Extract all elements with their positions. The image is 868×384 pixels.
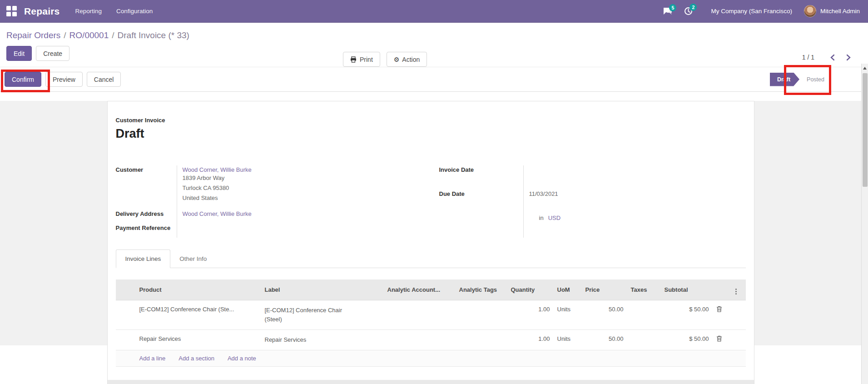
control-panel: Repair Orders/RO/00001/Draft Invoice (* … xyxy=(0,23,868,67)
payment-reference-value[interactable] xyxy=(177,224,407,238)
column-options[interactable] xyxy=(730,279,746,300)
cell-uom[interactable]: Units xyxy=(554,330,582,350)
cell-uom[interactable]: Units xyxy=(554,300,582,330)
invoice-line-row[interactable]: Repair Services Repair Services 1.00 Uni… xyxy=(116,330,746,350)
add-a-line-link[interactable]: Add a line xyxy=(139,355,166,362)
scrollbar-up-arrow-icon[interactable] xyxy=(863,67,867,70)
cell-product[interactable]: Repair Services xyxy=(136,330,261,350)
delete-line-button[interactable] xyxy=(713,300,730,330)
payment-reference-label: Payment Reference xyxy=(116,224,177,238)
gear-icon: ⚙ xyxy=(394,56,400,63)
user-avatar xyxy=(804,5,816,17)
status-state-posted[interactable]: Posted xyxy=(807,76,824,83)
user-menu[interactable]: Mitchell Admin xyxy=(820,8,860,15)
breadcrumb-ro-00001[interactable]: RO/00001 xyxy=(69,30,109,40)
invoice-date-value[interactable] xyxy=(523,165,746,190)
delivery-address-link[interactable]: Wood Corner, Willie Burke xyxy=(183,210,252,217)
column-analytic-tags[interactable]: Analytic Tags xyxy=(456,279,507,300)
messages-badge: 5 xyxy=(669,4,676,11)
table-header-row: Product Label Analytic Account... Analyt… xyxy=(116,279,746,300)
menu-configuration[interactable]: Configuration xyxy=(116,8,153,15)
invoice-state-title: Draft xyxy=(116,127,746,141)
left-field-group: Customer Wood Corner, Willie Burke 1839 … xyxy=(116,165,407,238)
breadcrumb-current: Draft Invoice (* 33) xyxy=(118,30,189,40)
confirm-button[interactable]: Confirm xyxy=(5,72,41,87)
preview-button[interactable]: Preview xyxy=(45,72,83,87)
column-uom[interactable]: UoM xyxy=(554,279,582,300)
menu-reporting[interactable]: Reporting xyxy=(75,8,102,15)
customer-label: Customer xyxy=(116,165,177,209)
column-price[interactable]: Price xyxy=(582,279,627,300)
handle-column-header xyxy=(116,279,136,300)
create-button[interactable]: Create xyxy=(36,46,69,61)
section-divider xyxy=(108,380,754,384)
right-field-group: Invoice Date Due Date 11/03/2021 inUSD xyxy=(439,165,746,238)
cancel-button[interactable]: Cancel xyxy=(87,72,121,87)
invoice-sheet: Customer Invoice Draft Customer Wood Cor… xyxy=(107,101,754,384)
customer-address-line: Turlock CA 95380 xyxy=(183,183,407,193)
apps-menu-icon[interactable] xyxy=(6,6,17,16)
customer-link[interactable]: Wood Corner, Willie Burke xyxy=(183,166,252,173)
column-quantity[interactable]: Quantity xyxy=(507,279,554,300)
scrollbar-thumb[interactable] xyxy=(863,73,868,187)
pager-value: 1 / 1 xyxy=(802,54,814,61)
customer-address-line: 1839 Arbor Way xyxy=(183,173,407,183)
action-button[interactable]: ⚙ Action xyxy=(387,52,427,67)
cell-quantity[interactable]: 1.00 xyxy=(507,330,554,350)
app-name[interactable]: Repairs xyxy=(24,6,60,17)
pager-next-icon[interactable] xyxy=(843,54,854,61)
cell-analytic-account[interactable] xyxy=(384,330,456,350)
invoice-lines-table: Product Label Analytic Account... Analyt… xyxy=(116,279,746,350)
due-date-label: Due Date xyxy=(439,190,523,214)
vertical-scrollbar[interactable] xyxy=(861,64,868,384)
tab-other-info[interactable]: Other Info xyxy=(170,249,216,268)
column-options-icon[interactable] xyxy=(734,288,739,295)
pager-previous-icon[interactable] xyxy=(826,54,838,61)
add-a-section-link[interactable]: Add a section xyxy=(179,355,214,362)
messages-button[interactable]: 5 xyxy=(663,7,672,15)
breadcrumb: Repair Orders/RO/00001/Draft Invoice (* … xyxy=(6,29,861,42)
edit-button[interactable]: Edit xyxy=(6,46,32,61)
cell-subtotal: $ 50.00 xyxy=(661,300,713,330)
add-a-note-link[interactable]: Add a note xyxy=(228,355,256,362)
activities-button[interactable]: 2 xyxy=(684,7,693,15)
company-switcher[interactable]: My Company (San Francisco) xyxy=(711,8,792,15)
print-button[interactable]: Print xyxy=(343,52,380,67)
cell-analytic-account[interactable] xyxy=(384,300,456,330)
cell-label[interactable]: [E-COM12] Conference Chair (Steel) xyxy=(261,300,384,330)
printer-icon xyxy=(350,56,357,63)
column-label[interactable]: Label xyxy=(261,279,384,300)
column-analytic-account[interactable]: Analytic Account... xyxy=(384,279,456,300)
cell-taxes[interactable] xyxy=(627,300,661,330)
statusbar: Confirm Preview Cancel Draft Posted xyxy=(0,67,868,92)
cell-analytic-tags[interactable] xyxy=(456,300,507,330)
document-type-title: Customer Invoice xyxy=(116,117,746,124)
currency-link[interactable]: USD xyxy=(548,214,560,221)
column-subtotal[interactable]: Subtotal xyxy=(661,279,713,300)
table-footer-links: Add a line Add a section Add a note xyxy=(116,350,746,367)
cell-price[interactable]: 50.00 xyxy=(582,330,627,350)
cell-taxes[interactable] xyxy=(627,330,661,350)
form-view-content: Customer Invoice Draft Customer Wood Cor… xyxy=(0,101,868,345)
trash-icon xyxy=(716,335,722,342)
cell-analytic-tags[interactable] xyxy=(456,330,507,350)
delete-line-button[interactable] xyxy=(713,330,730,350)
trash-icon xyxy=(716,306,722,312)
due-date-value[interactable]: 11/03/2021 xyxy=(523,190,746,214)
delivery-address-value: Wood Corner, Willie Burke xyxy=(177,209,407,224)
top-navbar: Repairs Reporting Configuration 5 2 My C… xyxy=(0,0,868,23)
currency-field: inUSD xyxy=(523,214,746,238)
cell-label[interactable]: Repair Services xyxy=(261,330,384,350)
cell-quantity[interactable]: 1.00 xyxy=(507,300,554,330)
tab-invoice-lines[interactable]: Invoice Lines xyxy=(116,249,171,268)
customer-address-line: United States xyxy=(183,193,407,203)
notebook-tabs: Invoice Lines Other Info xyxy=(116,249,746,268)
status-state-draft[interactable]: Draft xyxy=(770,73,799,86)
column-product[interactable]: Product xyxy=(136,279,261,300)
cell-subtotal: $ 50.00 xyxy=(661,330,713,350)
breadcrumb-repair-orders[interactable]: Repair Orders xyxy=(6,30,60,40)
column-taxes[interactable]: Taxes xyxy=(627,279,661,300)
invoice-line-row[interactable]: [E-COM12] Conference Chair (Ste... [E-CO… xyxy=(116,300,746,330)
cell-price[interactable]: 50.00 xyxy=(582,300,627,330)
cell-product[interactable]: [E-COM12] Conference Chair (Ste... xyxy=(136,300,261,330)
